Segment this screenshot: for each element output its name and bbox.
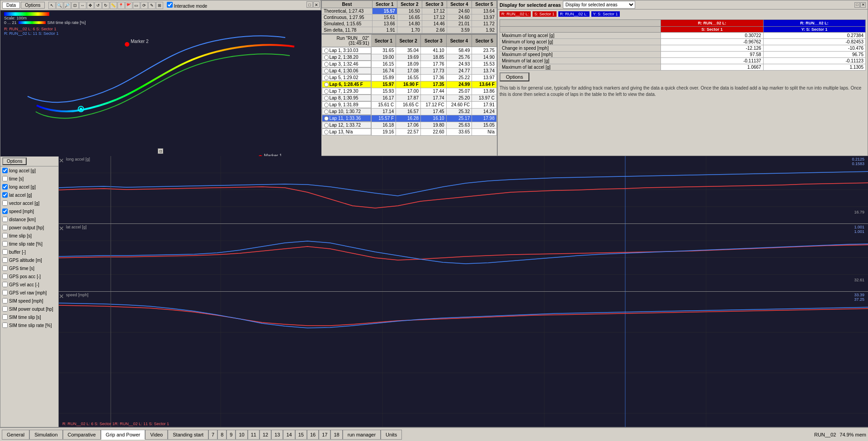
- best-row-simdelta[interactable]: Sim delta, 11.78 1.91 1.70 2.66 3.59 1.9…: [322, 27, 497, 33]
- channel-checkbox-0[interactable]: [2, 168, 8, 173]
- tab-simulation[interactable]: Simulation: [29, 430, 62, 440]
- channel-checkbox-18[interactable]: [2, 314, 8, 320]
- best-row-continuous[interactable]: Continuous, 1:27.95 15.61 16.65 17.12 24…: [322, 14, 497, 21]
- channel-checkbox-14[interactable]: [2, 282, 8, 287]
- channel-item-17[interactable]: SIM power output [hp]: [0, 305, 58, 313]
- interactive-mode-label[interactable]: Interactive mode: [167, 2, 208, 9]
- edit-icon[interactable]: ✎: [148, 2, 156, 9]
- channel-item-2[interactable]: long accel [g]: [0, 183, 58, 191]
- tab-14[interactable]: 14: [283, 430, 295, 440]
- lap-row-1[interactable]: Lap 2, 1:38.2019.0019.6918.8525.7614.90: [322, 54, 497, 61]
- close-chart2-icon[interactable]: ✕: [59, 225, 64, 232]
- tab-18[interactable]: 18: [330, 430, 342, 440]
- channel-item-11[interactable]: GPS altitude [m]: [0, 256, 58, 264]
- channel-item-13[interactable]: GPS pos acc [-]: [0, 272, 58, 280]
- lap-row-5[interactable]: Lap 6, 1:28.45 F15.9716.90 F17.3524.9913…: [322, 81, 497, 88]
- channel-item-16[interactable]: SIM speed [mph]: [0, 297, 58, 305]
- channel-checkbox-15[interactable]: [2, 290, 8, 295]
- close-chart3-icon[interactable]: ✕: [59, 293, 64, 300]
- tab-10[interactable]: 10: [236, 430, 247, 440]
- lap-row-9[interactable]: Lap 10, 1:30.7217.1416.5717.4525.3214.24: [322, 108, 497, 115]
- channel-item-4[interactable]: vector accel [g]: [0, 199, 58, 207]
- zoom-out-icon[interactable]: 🔎: [64, 2, 71, 9]
- close-icon[interactable]: ✕: [313, 1, 320, 8]
- lap-row-0[interactable]: Lap 1, 3:10.0331.6535.0441.1058.4923.75: [322, 47, 497, 54]
- channel-checkbox-12[interactable]: [2, 266, 8, 271]
- tab-11[interactable]: 11: [248, 430, 259, 440]
- channel-checkbox-1[interactable]: [2, 176, 8, 181]
- zoom-in-icon[interactable]: 🔍: [56, 2, 63, 9]
- tab-run-manager[interactable]: run manager: [343, 430, 381, 440]
- channel-checkbox-7[interactable]: [2, 225, 8, 230]
- zoom-fit-icon[interactable]: ⊡: [71, 2, 79, 9]
- tab-comparative[interactable]: Comparative: [63, 430, 101, 440]
- tab-units[interactable]: Units: [381, 430, 402, 440]
- channel-checkbox-8[interactable]: [2, 233, 8, 238]
- tab-general[interactable]: General: [2, 430, 29, 440]
- channel-item-7[interactable]: power output [hp]: [0, 223, 58, 232]
- channel-item-12[interactable]: GPS time [s]: [0, 264, 58, 272]
- tab-15[interactable]: 15: [295, 430, 307, 440]
- lap-row-7[interactable]: Lap 8, 1:30.9516.1717.8717.7425.2013.97 …: [322, 95, 497, 101]
- marker-icon[interactable]: 📍: [118, 2, 125, 9]
- measure-icon[interactable]: 📏: [110, 2, 117, 9]
- channel-checkbox-13[interactable]: [2, 274, 8, 279]
- maximize-icon[interactable]: □: [307, 1, 313, 8]
- flag-icon[interactable]: 🚩: [125, 2, 132, 9]
- channel-item-5[interactable]: speed [mph]: [0, 207, 58, 215]
- channel-checkbox-2[interactable]: [2, 184, 8, 190]
- best-row-simulated[interactable]: Simulated, 1:15.65 13.66 14.80 14.46 21.…: [322, 21, 497, 27]
- channel-checkbox-19[interactable]: [2, 322, 8, 328]
- display-panel-dropdown[interactable]: Display for selected areas: [563, 1, 635, 9]
- tab-7[interactable]: 7: [208, 430, 217, 440]
- chart-options-button[interactable]: Options: [2, 157, 27, 165]
- tab-16[interactable]: 16: [307, 430, 319, 440]
- grid-icon[interactable]: ⊞: [156, 2, 163, 9]
- lap-row-11[interactable]: Lap 12, 1:33.7216.1817.0619.8025.6315.05: [322, 122, 497, 128]
- channel-item-15[interactable]: GPS vel raw [mph]: [0, 289, 58, 297]
- tab-video[interactable]: Video: [145, 430, 168, 440]
- channel-checkbox-6[interactable]: [2, 217, 8, 222]
- channel-item-3[interactable]: lat accel [g]: [0, 191, 58, 199]
- channel-item-14[interactable]: GPS vel acc [-]: [0, 280, 58, 289]
- tab-13[interactable]: 13: [271, 430, 283, 440]
- close-panel-icon[interactable]: ✕: [860, 2, 866, 8]
- tab-9[interactable]: 9: [226, 430, 236, 440]
- channel-item-10[interactable]: buffer [-]: [0, 248, 58, 256]
- select-icon[interactable]: ▭: [133, 2, 140, 9]
- lap-row-12[interactable]: Lap 13, N/a19.1622.5722.6033.65N/a: [322, 128, 497, 135]
- channel-checkbox-5[interactable]: [2, 209, 8, 214]
- channel-item-19[interactable]: SIM time slip rate [%]: [0, 321, 58, 329]
- channel-checkbox-3[interactable]: [2, 192, 8, 198]
- channel-checkbox-9[interactable]: [2, 241, 8, 247]
- rotate-icon[interactable]: ↺: [94, 2, 102, 9]
- best-row-theoretical[interactable]: Theoretical, 1:27.43 15.57 16.50 17.12 2…: [322, 8, 497, 14]
- resize-icon[interactable]: □: [854, 2, 860, 8]
- expand-icon[interactable]: ⊡: [158, 148, 163, 154]
- lap-row-2[interactable]: Lap 3, 1:32.4616.1518.0917.7624.9315.53: [322, 61, 497, 67]
- channel-item-0[interactable]: long accel [g]: [0, 166, 58, 175]
- channel-checkbox-17[interactable]: [2, 306, 8, 312]
- tab-8[interactable]: 8: [217, 430, 226, 440]
- lap-row-6[interactable]: Lap 7, 1:29.3015.9317.0017.4425.0713.86: [322, 88, 497, 95]
- channel-checkbox-16[interactable]: [2, 298, 8, 303]
- tab-12[interactable]: 12: [259, 430, 271, 440]
- lap-row-4[interactable]: Lap 5, 1:29.0215.8916.5517.3625.2213.97: [322, 74, 497, 81]
- cursor-icon[interactable]: ↖: [48, 2, 56, 9]
- close-chart1-icon[interactable]: ✕: [59, 157, 64, 164]
- channel-item-9[interactable]: time slip rate [%]: [0, 240, 58, 248]
- tab-standing-start[interactable]: Standing start: [168, 430, 208, 440]
- channel-checkbox-11[interactable]: [2, 257, 8, 263]
- channel-item-8[interactable]: time slip [s]: [0, 232, 58, 240]
- channel-item-6[interactable]: distance [km]: [0, 215, 58, 223]
- options-button[interactable]: Options: [500, 72, 529, 81]
- channel-item-18[interactable]: SIM time slip [s]: [0, 313, 58, 321]
- rotate-cw-icon[interactable]: ↻: [102, 2, 109, 9]
- channel-checkbox-4[interactable]: [2, 200, 8, 206]
- tab-17[interactable]: 17: [319, 430, 330, 440]
- interactive-mode-checkbox[interactable]: [167, 2, 173, 8]
- channel-item-1[interactable]: time [s]: [0, 175, 58, 183]
- lap-row-3[interactable]: Lap 4, 1:30.0616.7417.0817.7324.7713.74: [322, 67, 497, 74]
- lap-row-8[interactable]: Lap 9, 1:31.8915.61 C16.65 C17.12 FC24.6…: [322, 101, 497, 108]
- zoom-width-icon[interactable]: ↔: [79, 2, 86, 9]
